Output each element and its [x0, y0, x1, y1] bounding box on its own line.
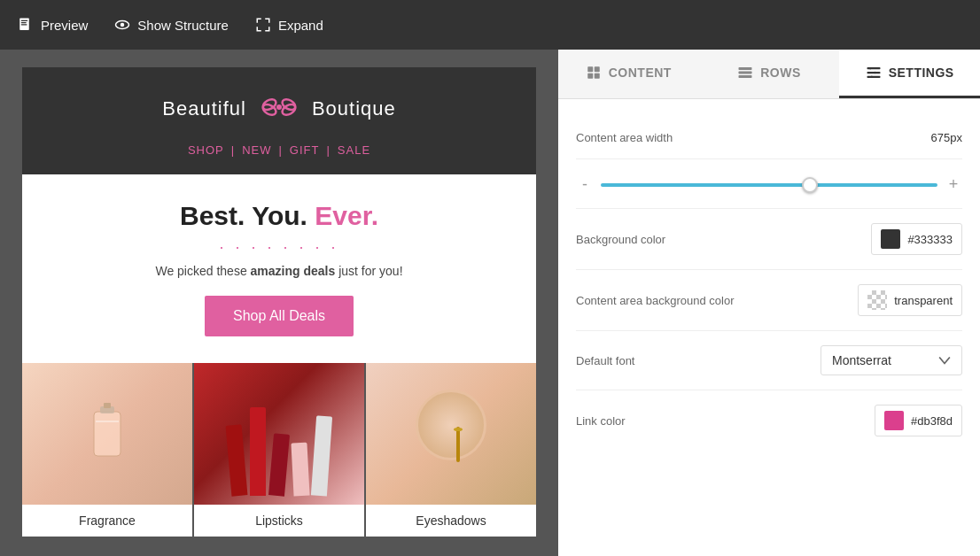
svg-rect-11	[94, 412, 121, 456]
nav-sep-2: |	[278, 143, 282, 157]
svg-rect-19	[587, 73, 593, 79]
link-color-value: #db3f8d	[911, 414, 953, 428]
content-bg-label: Content area background color	[576, 294, 858, 307]
svg-point-5	[121, 23, 125, 27]
hero-title: Best. You. Ever.	[58, 201, 501, 231]
slider-min-button[interactable]: -	[576, 175, 594, 194]
content-bg-swatch	[867, 290, 887, 310]
slider-controls: - +	[576, 175, 962, 194]
product-eyeshadows: Eyeshadows	[366, 363, 536, 537]
content-bg-picker[interactable]: transparent	[858, 284, 962, 316]
svg-rect-18	[595, 66, 600, 72]
font-select-value: Montserrat	[832, 353, 891, 367]
svg-rect-20	[595, 73, 600, 79]
fragrance-image	[22, 363, 192, 505]
hero-sub: We picked these amazing deals just for y…	[58, 264, 501, 278]
content-bg-value: transparent	[894, 294, 953, 307]
content-width-row: Content area width 675px	[576, 117, 962, 159]
svg-rect-2	[21, 22, 27, 23]
default-font-row: Default font Montserrat	[576, 331, 962, 390]
show-structure-label: Show Structure	[137, 18, 229, 33]
default-font-label: Default font	[576, 354, 821, 367]
hero-title-highlight: Ever.	[315, 201, 378, 230]
email-nav: SHOP | NEW | GIFT | SALE	[40, 143, 518, 157]
show-structure-button[interactable]: Show Structure	[114, 17, 229, 33]
slider-track[interactable]	[601, 183, 937, 187]
bg-color-row: Background color #333333	[576, 209, 962, 270]
preview-label: Preview	[41, 18, 88, 33]
nav-gift: GIFT	[290, 143, 320, 157]
tab-content-label: CONTENT	[609, 66, 672, 80]
preview-area[interactable]: Beautiful	[0, 50, 558, 556]
svg-rect-21	[739, 67, 752, 70]
link-color-label: Link color	[576, 414, 875, 428]
bg-color-picker[interactable]: #333333	[871, 223, 962, 255]
svg-rect-25	[867, 72, 880, 73]
rows-icon	[737, 65, 753, 81]
svg-point-16	[454, 428, 463, 431]
eyeshadows-name: Eyeshadows	[366, 505, 536, 537]
link-color-row: Link color #db3f8d	[576, 390, 962, 451]
products-grid: Fragrance Lipsticks	[22, 363, 536, 537]
right-panel: CONTENT ROWS SETTINGS	[558, 50, 980, 556]
eye-icon	[114, 17, 130, 33]
bg-color-swatch	[881, 229, 900, 249]
expand-button[interactable]: Expand	[255, 17, 323, 33]
tab-bar: CONTENT ROWS SETTINGS	[558, 50, 980, 99]
preview-button[interactable]: Preview	[18, 17, 88, 33]
toolbar: Preview Show Structure Expand	[0, 0, 980, 50]
font-select-dropdown[interactable]: Montserrat	[821, 345, 962, 375]
svg-rect-23	[739, 75, 752, 78]
content-width-value: 675px	[931, 131, 962, 144]
fragrance-name: Fragrance	[22, 505, 192, 537]
cta-button[interactable]: Shop All Deals	[205, 296, 354, 336]
tab-rows-label: ROWS	[760, 66, 801, 80]
settings-panel: Content area width 675px - + Background …	[558, 99, 980, 556]
svg-point-10	[276, 104, 282, 110]
product-lipsticks: Lipsticks	[194, 363, 366, 537]
tab-rows[interactable]: ROWS	[699, 50, 840, 98]
content-width-label: Content area width	[576, 131, 931, 144]
svg-rect-24	[867, 67, 880, 69]
content-bg-row: Content area background color transparen…	[576, 270, 962, 331]
nav-sale: SALE	[338, 143, 370, 157]
eyeshadow-jar	[416, 390, 486, 460]
nav-new: NEW	[242, 143, 271, 157]
nav-shop: SHOP	[188, 143, 224, 157]
settings-icon	[866, 65, 882, 81]
link-color-picker[interactable]: #db3f8d	[875, 405, 962, 436]
nav-sep-1: |	[231, 143, 235, 157]
svg-rect-17	[587, 66, 593, 72]
product-fragrance: Fragrance	[22, 363, 194, 537]
svg-rect-3	[21, 24, 27, 25]
tab-settings-label: SETTINGS	[889, 66, 954, 80]
tab-content[interactable]: CONTENT	[558, 50, 699, 98]
brand-left: Beautiful	[162, 97, 246, 120]
email-logo: Beautiful	[40, 85, 518, 133]
expand-icon	[255, 17, 271, 33]
slider-row: - +	[576, 159, 962, 209]
lipsticks-name: Lipsticks	[194, 505, 364, 537]
email-container: Beautiful	[22, 67, 536, 537]
nav-sep-3: |	[326, 143, 330, 157]
svg-rect-22	[739, 72, 752, 74]
svg-rect-15	[456, 427, 460, 462]
lipstick-swatches	[229, 372, 330, 496]
page-icon	[18, 17, 34, 33]
svg-rect-1	[21, 20, 28, 21]
link-color-swatch	[884, 411, 904, 430]
svg-rect-26	[867, 76, 880, 78]
bg-color-label: Background color	[576, 233, 871, 246]
slider-thumb[interactable]	[802, 177, 818, 193]
svg-rect-13	[104, 403, 111, 408]
logo-icon	[257, 85, 301, 133]
eyeshadows-image	[366, 363, 536, 505]
lipsticks-image	[194, 363, 364, 505]
slider-max-button[interactable]: +	[945, 175, 962, 194]
tab-settings[interactable]: SETTINGS	[839, 50, 980, 98]
hero-dots: · · · · · · · ·	[58, 238, 501, 257]
expand-label: Expand	[278, 18, 323, 33]
content-icon	[586, 65, 602, 81]
chevron-down-icon	[938, 354, 951, 367]
email-header: Beautiful	[22, 67, 536, 174]
